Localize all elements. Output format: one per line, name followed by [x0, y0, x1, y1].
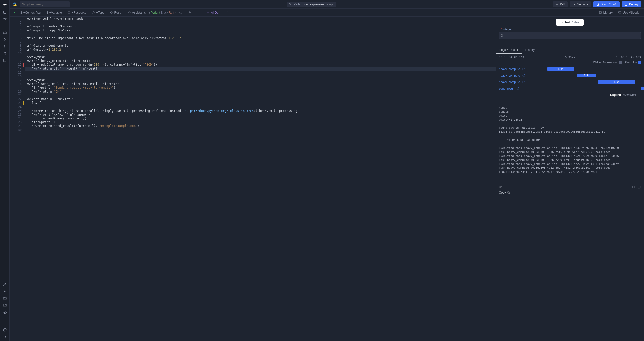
settings-button[interactable]: Settings — [570, 1, 591, 7]
draft-button[interactable]: Draft Ctrl+S — [593, 1, 620, 7]
path-chip[interactable]: ✎ Path u/rfiszel/pleasant_script — [287, 2, 336, 7]
external-link-icon[interactable] — [522, 67, 525, 70]
team-icon[interactable] — [186, 10, 194, 15]
task-row: heavy_compute 0.9s — [499, 72, 641, 79]
fullscreen-icon[interactable] — [637, 185, 641, 189]
pyright-label: Pyright — [151, 11, 160, 14]
expand-button[interactable]: Expand — [610, 93, 621, 97]
editor-pane[interactable]: 1234567891011121314151617181920212223242… — [10, 17, 496, 341]
workspace-icon[interactable] — [3, 10, 7, 14]
ai-sparkle-icon[interactable] — [224, 10, 231, 15]
svg-text:$: $ — [3, 45, 5, 48]
meta-start: 10:06:04 AM 6/3 — [499, 56, 524, 59]
check-icon — [638, 93, 641, 96]
svg-rect-19 — [508, 192, 510, 194]
svg-rect-13 — [68, 12, 70, 14]
user-icon[interactable] — [3, 282, 7, 286]
ai-gen-button[interactable]: AI Gen — [204, 10, 222, 15]
toggle-icon[interactable] — [177, 10, 185, 15]
test-button[interactable]: Test Ctrl+↵ — [556, 19, 584, 26]
toolbar: $+Context Var $+Variable +Resource +Type… — [10, 9, 644, 17]
external-link-icon[interactable] — [522, 74, 525, 77]
star-icon[interactable] — [3, 17, 7, 21]
brush-icon[interactable] — [195, 10, 203, 15]
svg-rect-6 — [3, 59, 6, 62]
log-text: numpy pandas wmill wmill>=1.286.2 found … — [499, 106, 641, 174]
path-value: u/rfiszel/pleasant_script — [302, 3, 333, 6]
param-label: n* Integer — [499, 28, 641, 31]
topbar: ✎ Path u/rfiszel/pleasant_script Diff Se… — [10, 0, 644, 9]
schedules-icon[interactable] — [3, 58, 7, 62]
draft-label: Draft — [601, 3, 607, 6]
run-meta: 10:06:04 AM 6/3 5.397s 10:06:10 AM 6/3 — [496, 54, 644, 60]
deploy-button[interactable]: Deploy — [622, 1, 641, 7]
resources-icon[interactable] — [3, 51, 7, 55]
home-icon[interactable] — [3, 30, 7, 34]
black-label: Black — [161, 11, 168, 14]
folder-icon[interactable] — [3, 303, 7, 307]
svg-point-17 — [190, 12, 191, 12]
pencil-icon: ✎ — [289, 3, 292, 6]
svg-text:?: ? — [4, 329, 5, 331]
python-icon — [12, 2, 17, 7]
assistants-list: (Pyright Black Ruff) — [149, 11, 176, 14]
param-input-n[interactable] — [499, 32, 641, 39]
script-summary-input[interactable] — [20, 1, 70, 7]
test-label: Test — [565, 21, 570, 24]
library-button[interactable]: Library — [597, 10, 615, 15]
eye-icon[interactable] — [3, 310, 7, 314]
type-button[interactable]: +Type — [90, 10, 106, 15]
context-var-button[interactable]: $+Context Var — [18, 10, 43, 15]
diff-label: Diff — [560, 3, 565, 6]
vscode-button[interactable]: Use VScode — [616, 10, 641, 15]
draft-shortcut: Ctrl+S — [609, 3, 617, 6]
ruff-label: Ruff — [169, 11, 174, 14]
sidebar-left: $ ? — [0, 0, 10, 341]
external-link-icon[interactable] — [516, 87, 519, 90]
reset-button[interactable]: Reset — [108, 10, 124, 15]
status-dot — [14, 12, 15, 13]
variable-button[interactable]: $+Variable — [44, 10, 64, 15]
task-link[interactable]: heavy_compute — [499, 80, 520, 84]
svg-point-7 — [4, 283, 5, 284]
task-row: send_result 0.8s — [499, 85, 641, 92]
line-gutter: 1234567891011121314151617181920212223242… — [10, 17, 25, 341]
task-link[interactable]: send_result — [499, 87, 514, 90]
meta-duration: 5.397s — [565, 56, 575, 59]
output-value: OK — [499, 185, 641, 189]
svg-rect-0 — [3, 11, 6, 14]
log-output: Expand Auto scroll numpy pandas wmill wm… — [496, 92, 644, 183]
assistants-button[interactable]: Assistants — [126, 10, 148, 15]
svg-rect-21 — [633, 186, 635, 188]
external-link-icon[interactable] — [522, 81, 525, 83]
help-icon[interactable]: ? — [3, 328, 7, 332]
deploy-label: Deploy — [629, 3, 638, 6]
test-shortcut: Ctrl+↵ — [572, 21, 580, 24]
autoscroll-label: Auto scroll — [623, 93, 636, 97]
tab-history[interactable]: History — [522, 46, 538, 54]
windmill-logo — [2, 2, 7, 7]
copy-json-icon[interactable] — [632, 185, 635, 189]
resource-button[interactable]: +Resource — [65, 10, 88, 15]
task-link[interactable]: heavy_compute — [499, 67, 520, 71]
copy-button[interactable]: Copy — [499, 191, 510, 194]
folder-open-icon[interactable] — [3, 296, 7, 300]
gear-icon[interactable] — [3, 289, 7, 293]
diff-button[interactable]: Diff — [553, 1, 568, 7]
tab-logs-result[interactable]: Logs & Result — [496, 46, 522, 54]
task-link[interactable]: heavy_compute — [499, 74, 520, 77]
task-rows: heavy_compute 1.3sheavy_compute 0.9sheav… — [496, 66, 644, 92]
collapse-icon[interactable] — [3, 335, 7, 339]
right-pane: Test Ctrl+↵ n* Integer Logs & Result His… — [496, 17, 644, 341]
svg-point-12 — [574, 4, 575, 5]
runs-icon[interactable] — [3, 37, 7, 41]
settings-label: Settings — [577, 3, 588, 6]
variables-icon[interactable]: $ — [3, 44, 7, 48]
meta-end: 10:06:10 AM 6/3 — [616, 56, 641, 59]
svg-rect-18 — [619, 11, 621, 13]
legend: Waiting for executor Execution — [496, 60, 644, 66]
path-label: Path — [294, 3, 300, 6]
code-area[interactable]: "kw">from wmill "kw">import task "kw">im… — [25, 17, 496, 341]
task-row: heavy_compute 1.3s — [499, 66, 641, 72]
svg-point-9 — [4, 312, 5, 313]
